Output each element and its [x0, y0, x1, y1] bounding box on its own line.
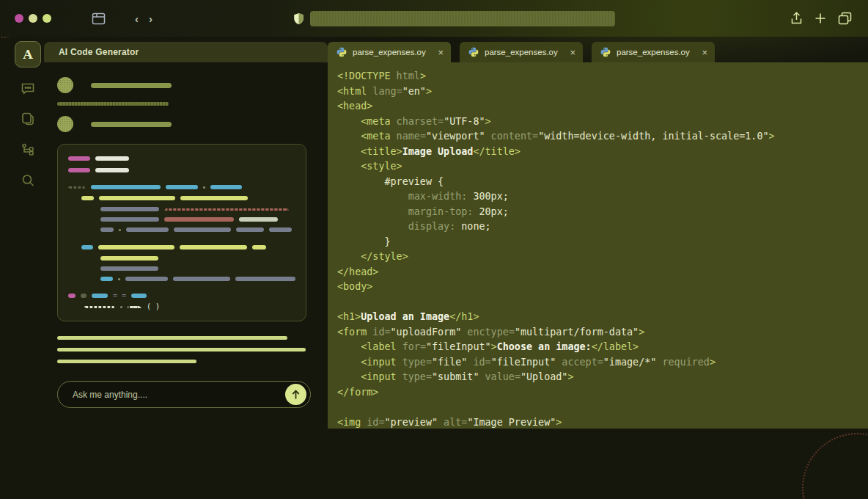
skeleton-bar: [99, 196, 175, 200]
skeleton-bar: [57, 102, 169, 106]
assistant-panel-title: AI Code Generator: [59, 47, 139, 57]
skeleton-code-row: [100, 277, 295, 281]
skeleton-code-row: ( ): [84, 305, 295, 309]
code-line: [337, 295, 868, 310]
code-snippet-skeleton: = =( ): [57, 144, 306, 321]
skeleton-code-row: [100, 256, 295, 261]
skeleton-bar: [269, 227, 292, 232]
code-line: #preview {: [337, 175, 868, 190]
python-icon: [600, 47, 611, 57]
skeleton-dot: [120, 306, 122, 308]
skeleton-dot: [119, 229, 121, 231]
avatar: [57, 77, 73, 93]
skeleton-bar: [166, 185, 198, 189]
skeleton-bar: [95, 156, 129, 161]
skeleton-bar: [91, 185, 161, 189]
skeleton-bar: [68, 186, 86, 189]
skeleton-code-row: [68, 185, 295, 189]
address-bar[interactable]: [310, 11, 615, 26]
skeleton-bar: [128, 306, 141, 308]
back-icon[interactable]: ‹: [135, 13, 139, 24]
new-tab-icon[interactable]: [814, 12, 826, 24]
tab-overview-icon[interactable]: [838, 12, 852, 25]
skeleton-bar: [100, 277, 113, 281]
skeleton-bar: [84, 306, 115, 308]
code-line: <form id="uploadForm" enctype="multipart…: [337, 325, 868, 340]
search-icon[interactable]: [21, 173, 35, 188]
skeleton-bar: [164, 208, 289, 211]
code-line: </head>: [337, 265, 868, 280]
window-zoom-button[interactable]: [43, 14, 51, 23]
pages-icon[interactable]: [21, 112, 35, 126]
window-minimize-button[interactable]: [29, 14, 37, 23]
code-line: <label for="fileInput">Choose an image:<…: [337, 340, 868, 355]
skeleton-bar: [131, 294, 147, 298]
code-line: <body>: [337, 280, 868, 295]
skeleton-bar: [174, 227, 231, 232]
decorative-arc-bottom-right: [802, 433, 868, 499]
python-icon: [336, 47, 347, 57]
shield-icon[interactable]: [293, 12, 304, 25]
skeleton-bar: [210, 185, 242, 189]
app-window: { "topbar": { "traffic_lights": ["#bc4f9…: [0, 0, 868, 499]
skeleton-result-line: [57, 348, 306, 352]
close-icon[interactable]: ×: [570, 48, 575, 57]
skeleton-bar: [68, 168, 90, 172]
logo-glyph: A: [23, 47, 32, 62]
close-icon[interactable]: ×: [438, 48, 444, 57]
code-line: <input type="file" id="fileInput" accept…: [337, 355, 868, 371]
skeleton-result-line: [57, 360, 196, 363]
code-line: <title>Image Upload</title>: [337, 145, 868, 160]
skeleton-code-row: [81, 245, 295, 249]
skeleton-code-row: [100, 227, 295, 232]
code-line: <html lang="en">: [337, 84, 868, 100]
forward-icon[interactable]: ›: [149, 13, 152, 24]
sidebar-layout-icon[interactable]: [92, 12, 106, 26]
skeleton-bar: [173, 277, 230, 281]
skeleton-code-row: [68, 168, 295, 172]
avatar: [57, 116, 73, 132]
chat-message-skeleton: [57, 77, 328, 93]
window-controls: [15, 14, 51, 23]
tab-label: parse_expenses.oy: [353, 48, 432, 57]
code-editor[interactable]: <!DOCTYPE html><html lang="en"><head> <m…: [328, 62, 868, 429]
code-line: max-width: 300px;: [337, 189, 868, 205]
window-close-button[interactable]: [15, 14, 23, 23]
skeleton-bar: [92, 294, 108, 298]
skeleton-bar: [100, 227, 114, 232]
skeleton-bar: [235, 277, 295, 281]
app-sidebar: A: [0, 37, 44, 499]
browser-toolbar: ‹ ›: [0, 0, 868, 37]
send-button[interactable]: [285, 384, 306, 405]
share-icon[interactable]: [790, 12, 803, 25]
skeleton-bar: [81, 245, 93, 249]
code-line: margin-top: 20px;: [337, 205, 868, 220]
code-line: <style>: [337, 159, 868, 175]
editor-tab-1[interactable]: parse_expenses.oy×: [328, 42, 451, 62]
skeleton-bar: [100, 217, 159, 222]
skeleton-bar: [100, 256, 158, 261]
skeleton-bar: [125, 277, 168, 281]
skeleton-bar: [91, 83, 172, 88]
tab-label: parse_expenses.oy: [617, 48, 696, 57]
app-logo[interactable]: A: [15, 41, 41, 68]
skeleton-bar: [239, 217, 278, 222]
editor-tab-3[interactable]: parse_expenses.oy×: [592, 42, 715, 62]
skeleton-bar: [68, 156, 90, 161]
prompt-input[interactable]: [73, 390, 285, 400]
python-icon: [468, 47, 479, 57]
skeleton-code-row: [81, 196, 295, 200]
assistant-panel-header: AI Code Generator: [44, 42, 328, 62]
code-line: [337, 400, 868, 415]
editor-tab-2[interactable]: parse_expenses.oy×: [460, 42, 583, 62]
code-editor-pane: parse_expenses.oy×parse_expenses.oy×pars…: [328, 42, 868, 429]
code-line: </style>: [337, 249, 868, 265]
flow-icon[interactable]: [21, 142, 35, 157]
chat-icon[interactable]: [21, 81, 35, 95]
code-line: <img id="preview" alt="Image Preview">: [337, 415, 868, 429]
close-icon[interactable]: ×: [702, 48, 707, 57]
skeleton-code-row: [100, 217, 295, 222]
skeleton-bar: [236, 227, 264, 232]
chat-message-skeleton: [57, 116, 328, 132]
skeleton-bar: [180, 245, 247, 249]
